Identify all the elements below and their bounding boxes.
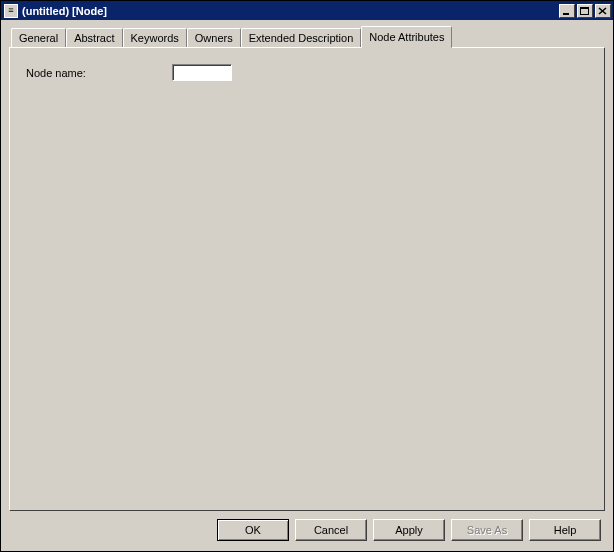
tab-abstract[interactable]: Abstract [66, 28, 122, 48]
svg-rect-0 [563, 13, 569, 15]
tab-extended-description[interactable]: Extended Description [241, 28, 362, 48]
tab-owners[interactable]: Owners [187, 28, 241, 48]
client-area: General Abstract Keywords Owners Extende… [1, 20, 613, 551]
tab-strip: General Abstract Keywords Owners Extende… [9, 26, 605, 47]
window-icon: ≡ [4, 4, 18, 18]
tab-label: Keywords [131, 32, 179, 44]
ok-button[interactable]: OK [217, 519, 289, 541]
node-name-input[interactable] [172, 64, 232, 81]
tab-label: Node Attributes [369, 31, 444, 43]
apply-button[interactable]: Apply [373, 519, 445, 541]
save-as-button: Save As [451, 519, 523, 541]
node-name-label: Node name: [26, 67, 166, 79]
tab-label: Abstract [74, 32, 114, 44]
minimize-button[interactable] [559, 4, 575, 18]
tab-panel-node-attributes: Node name: [9, 47, 605, 511]
cancel-button[interactable]: Cancel [295, 519, 367, 541]
titlebar: ≡ (untitled) [Node] [1, 1, 613, 20]
field-row-node-name: Node name: [26, 64, 588, 81]
dialog-window: ≡ (untitled) [Node] General Abstract Key… [0, 0, 614, 552]
tab-node-attributes[interactable]: Node Attributes [361, 26, 452, 48]
button-bar: OK Cancel Apply Save As Help [9, 511, 605, 543]
title-buttons [559, 4, 611, 18]
tab-general[interactable]: General [11, 28, 66, 48]
close-button[interactable] [595, 4, 611, 18]
window-title: (untitled) [Node] [22, 5, 559, 17]
tab-keywords[interactable]: Keywords [123, 28, 187, 48]
help-button[interactable]: Help [529, 519, 601, 541]
tab-label: General [19, 32, 58, 44]
tab-label: Owners [195, 32, 233, 44]
maximize-button[interactable] [577, 4, 593, 18]
svg-rect-2 [580, 7, 589, 9]
tab-label: Extended Description [249, 32, 354, 44]
